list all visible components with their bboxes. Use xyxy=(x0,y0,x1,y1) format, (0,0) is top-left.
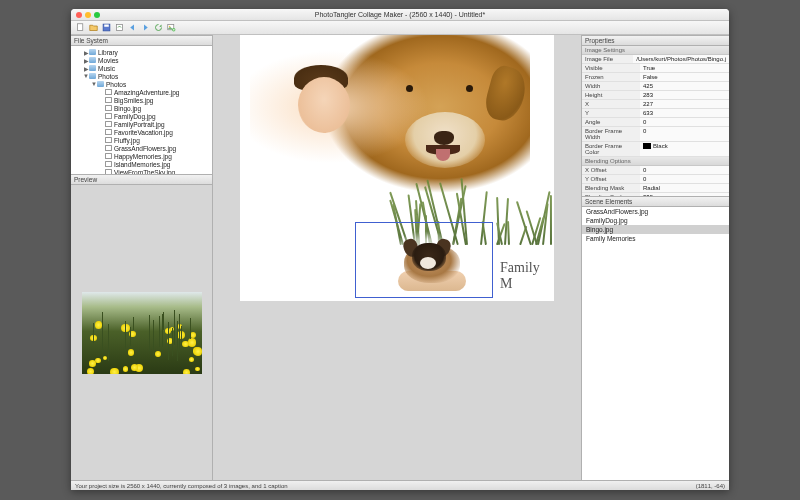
prop-row: Y633 xyxy=(582,109,729,118)
file-icon xyxy=(105,145,112,151)
prop-section-image[interactable]: Image Settings xyxy=(582,46,729,55)
tree-label: IslandMemories.jpg xyxy=(114,161,170,168)
color-swatch-icon xyxy=(643,143,651,149)
back-button[interactable] xyxy=(127,23,137,33)
tree-label: FavoriteVacation.jpg xyxy=(114,129,173,136)
file-icon xyxy=(105,153,112,159)
scene-item[interactable]: GrassAndFlowers.jpg xyxy=(582,207,729,216)
prop-row: Blending MaskRadial xyxy=(582,184,729,193)
tree-folder[interactable]: ▼Photos xyxy=(71,80,212,88)
scene-elements-list[interactable]: GrassAndFlowers.jpg FamilyDog.jpg Bingo.… xyxy=(582,207,729,480)
file-icon xyxy=(105,161,112,167)
status-text: Your project size is 2560 x 1440, curren… xyxy=(75,483,288,489)
traffic-lights xyxy=(71,12,100,18)
prop-row: Border Frame ColorBlack xyxy=(582,142,729,157)
tree-file[interactable]: BigSmiles.jpg xyxy=(71,96,212,104)
tree-folder[interactable]: ▶Movies xyxy=(71,56,212,64)
tree-label: Bingo.jpg xyxy=(114,105,141,112)
preview-header: Preview xyxy=(71,174,212,185)
tree-label: HappyMemories.jpg xyxy=(114,153,172,160)
canvas-selection-box[interactable] xyxy=(355,222,493,298)
left-sidebar: File System ▶Library ▶Movies ▶Music ▼Pho… xyxy=(71,35,213,480)
scene-header: Scene Elements xyxy=(582,196,729,207)
tree-folder[interactable]: ▶Library xyxy=(71,48,212,56)
open-button[interactable] xyxy=(88,23,98,33)
app-window: PhotoTangler Collage Maker - (2560 x 144… xyxy=(71,9,729,490)
collage-canvas[interactable]: Family M xyxy=(240,35,554,301)
preview-panel: /*flowers placeholder*/ xyxy=(71,185,212,480)
prop-row: Angle0 xyxy=(582,118,729,127)
export-button[interactable] xyxy=(114,23,124,33)
tree-folder[interactable]: ▼Photos xyxy=(71,72,212,80)
tree-file[interactable]: FavoriteVacation.jpg xyxy=(71,128,212,136)
prop-row: Width425 xyxy=(582,82,729,91)
tree-file[interactable]: AmazingAdventure.jpg xyxy=(71,88,212,96)
prop-row: Image File/Users/kurt/Photos/Photos/Bing… xyxy=(582,55,729,64)
prop-row: X227 xyxy=(582,100,729,109)
folder-icon xyxy=(89,73,96,79)
right-sidebar: Properties Image Settings Image File/Use… xyxy=(581,35,729,480)
tree-file[interactable]: FamilyDog.jpg xyxy=(71,112,212,120)
tree-label: Library xyxy=(98,49,118,56)
prop-row: Border Frame Width0 xyxy=(582,127,729,142)
forward-button[interactable] xyxy=(140,23,150,33)
scene-item-selected[interactable]: Bingo.jpg xyxy=(582,225,729,234)
properties-panel[interactable]: Image Settings Image File/Users/kurt/Pho… xyxy=(582,46,729,196)
file-icon xyxy=(105,137,112,143)
tree-file[interactable]: IslandMemories.jpg xyxy=(71,160,212,168)
add-image-button[interactable] xyxy=(166,23,176,33)
folder-icon xyxy=(97,81,104,87)
file-icon xyxy=(105,129,112,135)
svg-rect-3 xyxy=(116,25,122,31)
canvas-caption[interactable]: Family M xyxy=(500,260,554,292)
scene-item[interactable]: FamilyDog.jpg xyxy=(582,216,729,225)
tree-file[interactable]: Fluffy.jpg xyxy=(71,136,212,144)
filesystem-tree[interactable]: ▶Library ▶Movies ▶Music ▼Photos ▼Photos … xyxy=(71,46,212,174)
folder-icon xyxy=(89,57,96,63)
tree-file[interactable]: Bingo.jpg xyxy=(71,104,212,112)
svg-rect-2 xyxy=(104,25,109,27)
minimize-icon[interactable] xyxy=(85,12,91,18)
tree-file[interactable]: HappyMemories.jpg xyxy=(71,152,212,160)
canvas-image-bingo[interactable] xyxy=(374,227,476,295)
properties-header: Properties xyxy=(582,35,729,46)
new-button[interactable] xyxy=(75,23,85,33)
prop-row: FrozenFalse xyxy=(582,73,729,82)
tree-folder[interactable]: ▶Music xyxy=(71,64,212,72)
cursor-position: (1811, -64) xyxy=(696,483,725,489)
tree-label: BigSmiles.jpg xyxy=(114,97,153,104)
prop-section-blending[interactable]: Blending Options xyxy=(582,157,729,166)
tree-label: AmazingAdventure.jpg xyxy=(114,89,179,96)
tree-label: Photos xyxy=(98,73,118,80)
close-icon[interactable] xyxy=(76,12,82,18)
tree-label: FamilyPortrait.jpg xyxy=(114,121,165,128)
tree-label: Fluffy.jpg xyxy=(114,137,140,144)
tree-label: GrassAndFlowers.jpg xyxy=(114,145,176,152)
tree-file[interactable]: GrassAndFlowers.jpg xyxy=(71,144,212,152)
tree-file[interactable]: FamilyPortrait.jpg xyxy=(71,120,212,128)
file-icon xyxy=(105,113,112,119)
content-area: File System ▶Library ▶Movies ▶Music ▼Pho… xyxy=(71,35,729,480)
svg-rect-0 xyxy=(77,24,82,31)
titlebar[interactable]: PhotoTangler Collage Maker - (2560 x 144… xyxy=(71,9,729,21)
maximize-icon[interactable] xyxy=(94,12,100,18)
window-title: PhotoTangler Collage Maker - (2560 x 144… xyxy=(71,11,729,18)
canvas-viewport[interactable]: Family M xyxy=(213,35,581,480)
filesystem-header: File System xyxy=(71,35,212,46)
scene-item[interactable]: Family Memories xyxy=(582,234,729,243)
prop-row: X Offset0 xyxy=(582,166,729,175)
folder-icon xyxy=(89,65,96,71)
file-icon xyxy=(105,89,112,95)
file-icon xyxy=(105,105,112,111)
tree-label: Music xyxy=(98,65,115,72)
prop-row: Y Offset0 xyxy=(582,175,729,184)
prop-row: Height283 xyxy=(582,91,729,100)
tree-label: Movies xyxy=(98,57,119,64)
folder-icon xyxy=(89,49,96,55)
refresh-button[interactable] xyxy=(153,23,163,33)
status-bar: Your project size is 2560 x 1440, curren… xyxy=(71,480,729,490)
save-button[interactable] xyxy=(101,23,111,33)
tree-label: FamilyDog.jpg xyxy=(114,113,156,120)
preview-image: /*flowers placeholder*/ xyxy=(82,292,202,374)
file-icon xyxy=(105,97,112,103)
